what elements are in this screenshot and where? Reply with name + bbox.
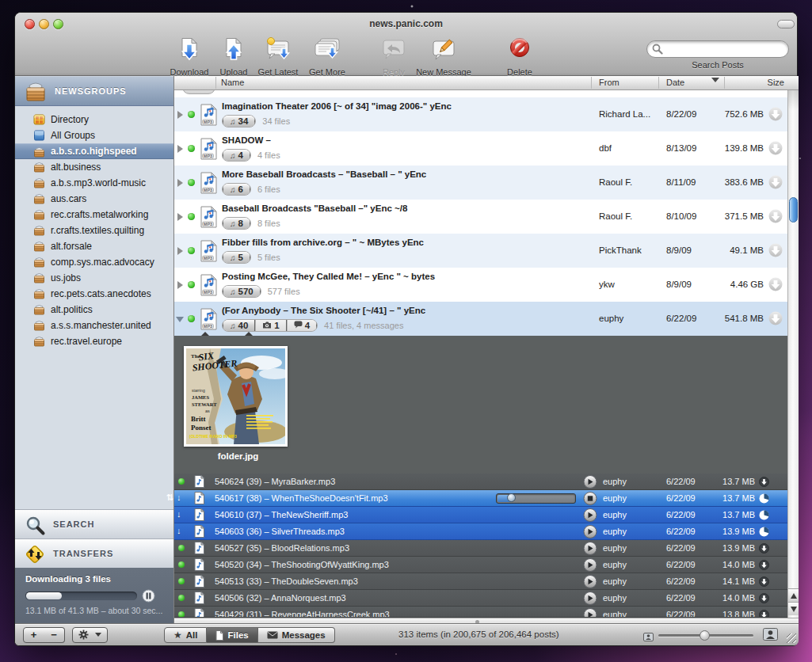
play-button[interactable] xyxy=(583,542,597,557)
sidebar-item-rec-travel-europe[interactable]: rec.travel.europe xyxy=(15,333,173,349)
disclosure-closed-icon[interactable] xyxy=(177,213,183,221)
sidebar-item-aus-cars[interactable]: aus.cars xyxy=(15,191,173,207)
thread-row[interactable]: MP3More Baseball Broadcasts – "Baseball … xyxy=(174,166,799,200)
disclosure-closed-icon[interactable] xyxy=(177,111,183,119)
column-header-from[interactable]: From xyxy=(599,78,619,87)
sidebar-item-a-b-s-mp3-world-music[interactable]: a.b.s.mp3.world-music xyxy=(15,175,173,191)
new-message-button[interactable]: New Message xyxy=(410,37,478,77)
delete-button[interactable]: Delete xyxy=(486,37,554,77)
scroll-up-button[interactable] xyxy=(788,588,799,602)
unread-indicator xyxy=(178,595,185,601)
filter-segmented-control: ★ All Files Messages xyxy=(164,627,335,643)
search-input[interactable] xyxy=(646,40,789,58)
play-button[interactable] xyxy=(583,475,597,490)
download-thread-button[interactable] xyxy=(768,209,783,225)
file-rows: 540624 (39) – MyraBarker.mp3euphy6/22/09… xyxy=(174,474,799,618)
sidebar-item-directory[interactable]: Directory xyxy=(15,112,173,127)
disclosure-closed-icon[interactable] xyxy=(177,281,183,289)
vertical-scrollbar[interactable] xyxy=(787,90,799,618)
sidebar-item-all-groups[interactable]: All Groups xyxy=(15,127,173,143)
sidebar-item-r-crafts-textiles-quilting[interactable]: r.crafts.textiles.quilting xyxy=(15,223,173,238)
thread-row[interactable]: MP3Posting McGee, They Called Me! – yEnc… xyxy=(174,268,799,302)
stop-button[interactable] xyxy=(583,492,597,507)
vertical-scroll-thumb[interactable] xyxy=(789,197,798,223)
column-header-date[interactable]: Date xyxy=(666,78,684,87)
file-row[interactable]: 540624 (39) – MyraBarker.mp3euphy6/22/09… xyxy=(174,474,799,490)
download-thread-button[interactable] xyxy=(768,311,783,327)
playback-progress-slider[interactable] xyxy=(496,493,576,504)
play-button[interactable] xyxy=(583,508,597,523)
search-section-header[interactable]: SEARCH xyxy=(15,509,173,539)
audio-file-icon xyxy=(194,542,204,556)
file-row[interactable]: 540520 (34) – TheShootingOfWyattKing.mp3… xyxy=(174,557,799,573)
sidebar-item-rec-pets-cats-anecdotes[interactable]: rec.pets.cats.anecdotes xyxy=(15,286,173,302)
sidebar-item-alt-business[interactable]: alt.business xyxy=(15,159,173,175)
file-row[interactable]: ⇅↓540617 (38) – WhenTheShoeDoesn'tFit.mp… xyxy=(174,490,799,507)
file-from: euphy xyxy=(603,560,627,569)
filter-messages-button[interactable]: Messages xyxy=(258,627,335,643)
playback-slider-thumb[interactable] xyxy=(507,493,516,502)
thread-row[interactable]: MP3(For Anybody – The Six Shooter [~/41]… xyxy=(174,302,799,336)
thumbnail-size-slider[interactable] xyxy=(658,634,753,637)
column-divider[interactable] xyxy=(658,77,659,89)
resize-grip[interactable] xyxy=(787,633,796,643)
column-header-size[interactable]: Size xyxy=(768,78,784,87)
thread-row[interactable]: MP3Fibber fills from archive.org – " ~ M… xyxy=(174,234,799,268)
slider-thumb[interactable] xyxy=(700,630,710,641)
filter-files-button[interactable]: Files xyxy=(207,627,257,643)
sidebar-item-comp-sys-mac-advocacy[interactable]: comp.sys.mac.advocacy xyxy=(15,254,173,270)
sidebar-item-rec-crafts-metalworking[interactable]: rec.crafts.metalworking xyxy=(15,207,173,223)
action-menu-button[interactable] xyxy=(72,627,108,643)
sidebar-item-a-b-s-r-o-highspeed[interactable]: a.b.s.r.o.highspeed xyxy=(15,143,173,159)
download-thread-button[interactable] xyxy=(768,141,783,157)
sidebar-item-label: a.s.s.manchester.united xyxy=(51,320,151,331)
download-thread-button[interactable] xyxy=(768,175,783,191)
remove-button[interactable]: − xyxy=(44,627,65,643)
sidebar-item-alt-politics[interactable]: alt.politics xyxy=(15,302,173,318)
download-thread-button[interactable] xyxy=(768,107,783,123)
sidebar-item-alt-forsale[interactable]: alt.forsale xyxy=(15,238,173,254)
get-more-button[interactable]: Get More xyxy=(293,37,361,77)
pause-transfers-button[interactable] xyxy=(142,589,155,606)
file-row[interactable]: 540429 (31) – RevengeAtHarnessCreek.mp3e… xyxy=(174,607,799,618)
file-row[interactable]: 540527 (35) – BloodRelations.mp3euphy6/2… xyxy=(174,540,799,557)
play-button[interactable] xyxy=(583,608,597,618)
transfers-section-header[interactable]: TRANSFERS xyxy=(15,538,173,569)
file-row[interactable]: ↓540603 (36) – SilverThreads.mp3euphy6/2… xyxy=(174,523,799,540)
file-row[interactable]: 540513 (33) – TheDoubleSeven.mp3euphy6/2… xyxy=(174,573,799,590)
column-divider[interactable] xyxy=(215,77,216,89)
file-row[interactable]: ↓540610 (37) – TheNewSheriff.mp3euphy6/2… xyxy=(174,507,799,523)
add-button[interactable]: + xyxy=(23,627,44,643)
download-thread-button[interactable] xyxy=(768,277,783,293)
sidebar-item-a-s-s-manchester-united[interactable]: a.s.s.manchester.united xyxy=(15,318,173,333)
column-divider[interactable] xyxy=(724,77,725,89)
audio-file-icon xyxy=(194,475,204,489)
attachment-thumbnail[interactable]: The SIX SHOOTER starring JAMES STEWART a… xyxy=(184,346,288,447)
filter-all-button[interactable]: ★ All xyxy=(164,627,207,643)
file-size: 14.0 MB xyxy=(722,560,755,569)
disclosure-open-icon[interactable] xyxy=(176,317,184,322)
play-button[interactable] xyxy=(583,575,597,590)
download-thread-button[interactable] xyxy=(768,243,783,259)
toolbar-toggle-button[interactable] xyxy=(777,20,795,29)
file-row[interactable]: 540506 (32) – AnnaNorquest.mp3euphy6/22/… xyxy=(174,590,799,607)
play-button[interactable] xyxy=(583,558,597,573)
play-button[interactable] xyxy=(583,525,597,540)
thread-row[interactable]: MP3Baseball Broadcasts "Baseball –" yEnc… xyxy=(174,200,799,234)
disclosure-closed-icon[interactable] xyxy=(177,247,183,255)
disclosure-closed-icon[interactable] xyxy=(177,179,183,187)
thread-row[interactable]: MP3Imagination Theater 2006 [~ of 34] "i… xyxy=(174,97,799,131)
sidebar-item-us-jobs[interactable]: us.jobs xyxy=(15,270,173,286)
column-header-name[interactable]: Name xyxy=(221,78,244,87)
thread-date: 8/10/09 xyxy=(666,211,696,221)
scroll-down-button[interactable] xyxy=(788,602,799,615)
thread-from: Richard La... xyxy=(599,109,662,119)
app-window: news.panic.com Download Upload Get Lates… xyxy=(14,12,798,646)
column-divider[interactable] xyxy=(591,77,592,89)
thread-row[interactable]: MP3SHADOW –♫44 filesdbf8/13/09139.8 MB xyxy=(174,131,799,166)
newsgroups-section-header[interactable]: NEWSGROUPS xyxy=(15,76,173,106)
status-bar: + − ★ All Files Messages 313 items (in 2… xyxy=(15,623,799,645)
svg-text:MP3: MP3 xyxy=(204,188,212,192)
play-button[interactable] xyxy=(583,592,597,607)
disclosure-closed-icon[interactable] xyxy=(177,145,183,153)
